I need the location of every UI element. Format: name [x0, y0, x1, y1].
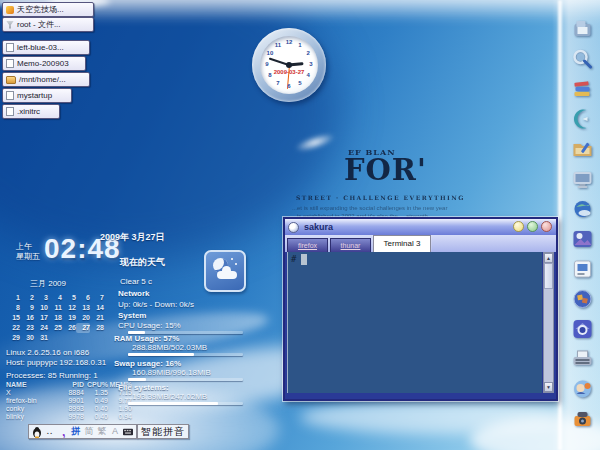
clock-center-pin [286, 62, 292, 68]
calendar-day: 27 [76, 323, 90, 333]
calendar-day: 5 [62, 293, 76, 303]
folder-icon [6, 76, 16, 84]
clock-numeral: 6 [284, 83, 294, 89]
traditional-chinese-toggle[interactable]: 繁 [97, 426, 107, 437]
calendar-day: 25 [48, 323, 62, 333]
wallpaper-brand-big: FOR' [344, 153, 427, 187]
process-row: conky89930.401.90 [6, 405, 134, 413]
wallpaper-tagline: STREET · CHALLENGE EVERYTHING [296, 194, 465, 201]
analog-clock-widget[interactable]: 2009-03-27 121234567891011 [252, 28, 326, 102]
window-list-label: .xinitrc [17, 107, 40, 116]
photo-app-icon[interactable] [571, 258, 594, 280]
filesystems-label: File systems: [118, 383, 169, 392]
globe-icon[interactable] [571, 198, 594, 220]
terminal-content[interactable]: # [287, 252, 542, 393]
ram-bar [128, 353, 243, 356]
calendar-day: 24 [34, 323, 48, 333]
window-list-item[interactable]: .xinitrc [2, 104, 60, 119]
ram-label: RAM Usage: 57% [114, 334, 179, 343]
calendar-day: 26 [62, 323, 76, 333]
files-icon[interactable] [571, 18, 594, 40]
calendar-day: 23 [20, 323, 34, 333]
calendar-day: 12 [62, 303, 76, 313]
swap-label: Swap usage: 16% [114, 359, 181, 368]
im-icon-box: .. , 拼 简 繁 A [28, 424, 137, 439]
calendar-day: 6 [76, 293, 90, 303]
folder-edit-icon[interactable] [571, 138, 594, 160]
tab-firefox[interactable]: firefox [287, 238, 328, 252]
process-row: X88841.357.15 [6, 389, 134, 397]
camera-icon[interactable] [571, 408, 594, 430]
terminal-titlebar[interactable]: sakura [285, 219, 556, 235]
clock-numeral: 5 [295, 80, 305, 86]
package-icon[interactable] [571, 288, 594, 310]
close-button[interactable] [541, 221, 552, 232]
calendar-day: 4 [48, 293, 62, 303]
weather-moon-cloud-icon [204, 250, 246, 292]
pinyin-mode-icon[interactable]: 拼 [71, 426, 81, 437]
window-list-label: mystartup [17, 91, 52, 100]
scroll-up-icon[interactable]: ▲ [544, 253, 553, 263]
calendar-day: 21 [90, 313, 104, 323]
calendar-day: 3 [34, 293, 48, 303]
tab-terminal-3[interactable]: Terminal 3 [373, 235, 431, 252]
window-list-item[interactable]: root - 文件... [2, 17, 94, 32]
minimize-button[interactable] [513, 221, 524, 232]
feather-graphic [293, 130, 337, 155]
window-list-item[interactable]: /mnt/home/... [2, 72, 90, 87]
picture-icon[interactable] [571, 228, 594, 250]
calendar-day: 14 [90, 303, 104, 313]
app-icon [6, 6, 14, 14]
filesystems-bar [128, 402, 243, 405]
keyboard-icon[interactable] [123, 426, 133, 437]
tab-thunar[interactable]: thunar [330, 238, 371, 252]
window-list-label: Memo-200903 [17, 59, 69, 68]
calendar-day: 22 [6, 323, 20, 333]
window-list-item[interactable]: Memo-200903 [2, 56, 86, 71]
scim-swoosh-icon[interactable]: , [57, 425, 69, 438]
wallpaper-brand-small: EF BLAN [348, 147, 395, 157]
im-label-box[interactable]: 智能拼音 [137, 424, 189, 439]
clock-numeral: 12 [284, 39, 294, 45]
calendar-day: 8 [6, 303, 20, 313]
chat-icon[interactable] [571, 378, 594, 400]
clock-numeral: 2 [303, 50, 313, 56]
typewriter-icon[interactable] [571, 348, 594, 370]
calendar-header: 三月 2009 [30, 278, 66, 289]
clock-face: 2009-03-27 121234567891011 [260, 36, 318, 94]
window-list-item[interactable]: mystartup [2, 88, 72, 103]
home-icon[interactable] [571, 318, 594, 340]
weather-title: 现在的天气 [120, 256, 165, 269]
input-method-panel: .. , 拼 简 繁 A 智能拼音 [28, 424, 189, 439]
clock-numeral: 3 [306, 61, 316, 67]
process-table-body: X88841.357.15firefox-bin99010.499.77conk… [6, 389, 134, 421]
document-icon [6, 43, 14, 52]
terminal-window: sakura firefox thunar Terminal 3 # ▲ ▼ [283, 217, 558, 401]
terminal-scrollbar[interactable]: ▲ ▼ [543, 252, 554, 393]
document-icon [6, 107, 14, 116]
scrollbar-thumb[interactable] [544, 263, 553, 289]
desktop-background: EF BLAN FOR' STREET · CHALLENGE EVERYTHI… [0, 0, 600, 450]
search-icon[interactable] [571, 48, 594, 70]
document-icon [6, 91, 14, 100]
window-menu-icon[interactable] [288, 222, 299, 233]
os-version: Linux 2.6.25.16 on i686 [6, 348, 89, 357]
calendar-day: 17 [34, 313, 48, 323]
maximize-button[interactable] [527, 221, 538, 232]
tux-icon[interactable] [32, 426, 42, 437]
simplified-chinese-toggle[interactable]: 简 [84, 426, 94, 437]
ram-value: 288.88MB/502.03MB [132, 343, 207, 352]
books-icon[interactable] [571, 78, 594, 100]
window-list-label: /mnt/home/... [19, 75, 66, 84]
calendar-day: 9 [20, 303, 34, 313]
monitor-icon[interactable] [571, 168, 594, 190]
clock-numeral: 1 [295, 42, 305, 48]
document-icon [6, 59, 14, 68]
moon-power-icon[interactable] [571, 108, 594, 130]
fullwidth-letter-toggle[interactable]: A [110, 426, 120, 437]
conky-weekday: 星期五 [16, 251, 40, 262]
window-list-item[interactable]: left-blue-03... [2, 40, 90, 55]
scroll-down-icon[interactable]: ▼ [544, 382, 553, 392]
window-list-item[interactable]: 天空竞技场... [2, 2, 94, 17]
dots-icon[interactable]: .. [45, 426, 55, 437]
